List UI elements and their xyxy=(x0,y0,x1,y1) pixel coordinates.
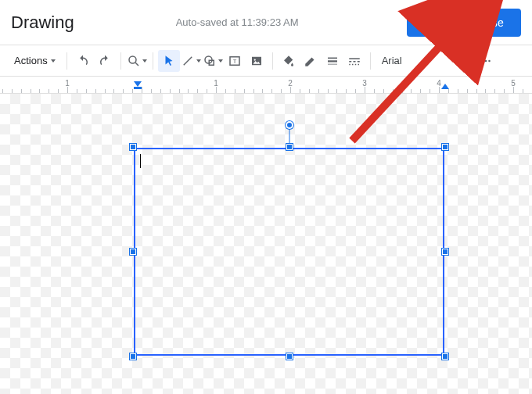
svg-point-20 xyxy=(481,59,483,62)
ruler-tick xyxy=(132,89,133,93)
ruler-tick xyxy=(151,89,152,93)
select-tool-button[interactable] xyxy=(158,50,180,72)
svg-point-21 xyxy=(484,59,487,62)
ruler-tick xyxy=(95,89,96,93)
svg-point-0 xyxy=(129,56,136,63)
ruler-tick xyxy=(142,87,142,93)
ruler-tick xyxy=(467,89,468,93)
more-button[interactable] xyxy=(475,50,497,72)
svg-point-22 xyxy=(488,59,491,62)
svg-rect-16 xyxy=(349,63,350,65)
ruler-tick xyxy=(2,89,3,93)
more-horizontal-icon xyxy=(479,54,493,68)
svg-text:T: T xyxy=(232,58,236,65)
svg-rect-19 xyxy=(358,63,359,65)
svg-rect-17 xyxy=(352,63,354,65)
resize-handle-s[interactable] xyxy=(286,353,293,360)
chevron-down-icon xyxy=(142,59,147,63)
pen-icon xyxy=(304,54,318,68)
separator xyxy=(272,52,273,70)
ruler-tick xyxy=(504,89,505,93)
ruler-tick xyxy=(67,87,68,93)
dialog-title: Drawing xyxy=(11,13,74,33)
line-tool-button[interactable] xyxy=(180,50,202,72)
dialog-header: Drawing Auto-saved at 11:39:23 AM Save a… xyxy=(0,0,532,45)
resize-handle-e[interactable] xyxy=(442,249,448,255)
resize-handle-se[interactable] xyxy=(442,353,448,360)
autosave-status: Auto-saved at 11:39:23 AM xyxy=(74,16,407,28)
resize-handle-n[interactable] xyxy=(286,144,293,150)
zoom-button[interactable] xyxy=(126,50,148,72)
svg-rect-23 xyxy=(134,87,142,89)
line-dash-icon xyxy=(347,54,361,68)
border-color-button[interactable] xyxy=(300,50,322,72)
cursor-icon xyxy=(162,54,176,68)
textbox-tool-button[interactable]: T xyxy=(224,50,246,72)
selected-textbox-shape[interactable] xyxy=(134,148,444,356)
separator xyxy=(66,52,67,70)
ruler-tick xyxy=(346,89,347,93)
svg-line-2 xyxy=(183,56,192,65)
ruler-tick xyxy=(235,89,235,93)
drawing-canvas[interactable] xyxy=(0,94,532,394)
chevron-down-icon xyxy=(196,59,201,63)
toolbar: Actions T Arial xyxy=(0,45,532,77)
ruler-tick xyxy=(430,89,430,93)
ruler-tick xyxy=(216,87,217,93)
ruler-tick xyxy=(374,89,375,93)
ruler-tick xyxy=(420,89,421,93)
ruler-tick xyxy=(485,89,486,93)
paint-bucket-icon xyxy=(282,54,296,68)
image-tool-button[interactable] xyxy=(246,50,268,72)
ruler-tick xyxy=(12,89,13,93)
ruler-tick xyxy=(21,89,22,93)
ruler-tick xyxy=(170,89,171,93)
svg-rect-11 xyxy=(328,63,337,64)
undo-button[interactable] xyxy=(72,50,94,72)
ruler-tick xyxy=(393,89,394,93)
ruler-tick xyxy=(77,89,77,93)
ruler-tick xyxy=(309,89,310,93)
svg-rect-15 xyxy=(357,61,359,63)
svg-rect-10 xyxy=(328,60,337,62)
ruler-tick xyxy=(262,89,263,93)
ruler-tick xyxy=(86,89,87,93)
ruler-tick xyxy=(513,87,514,93)
ruler-tick xyxy=(253,89,254,93)
shape-tool-button[interactable] xyxy=(202,50,224,72)
chevron-down-icon xyxy=(218,59,223,63)
redo-icon xyxy=(98,54,112,68)
ruler-tick xyxy=(49,89,49,93)
font-name: Arial xyxy=(376,51,446,71)
border-dash-button[interactable] xyxy=(343,50,365,72)
actions-menu-button[interactable]: Actions xyxy=(8,50,62,72)
ruler-tick xyxy=(281,89,282,93)
ruler-tick xyxy=(328,89,329,93)
resize-handle-nw[interactable] xyxy=(130,144,136,150)
ruler-tick xyxy=(290,87,291,93)
ruler-tick xyxy=(300,89,300,93)
ruler-tick xyxy=(523,89,523,93)
resize-handle-w[interactable] xyxy=(130,249,136,255)
ruler-tick xyxy=(123,89,124,93)
font-dropdown-button[interactable] xyxy=(446,51,465,71)
ruler-tick xyxy=(476,89,477,93)
resize-handle-sw[interactable] xyxy=(130,353,136,360)
line-weight-icon xyxy=(325,54,340,68)
border-weight-button[interactable] xyxy=(322,50,343,72)
ruler-tick xyxy=(318,89,319,93)
ruler-tick xyxy=(31,89,31,93)
separator xyxy=(469,52,470,70)
text-cursor xyxy=(140,154,141,168)
font-picker[interactable]: Arial xyxy=(376,51,465,71)
fill-color-button[interactable] xyxy=(278,50,300,72)
indent-right-marker[interactable] xyxy=(440,80,451,94)
separator xyxy=(153,52,153,70)
save-and-close-button[interactable]: Save and Close xyxy=(407,9,521,37)
ruler-tick xyxy=(188,89,189,93)
rotation-handle[interactable] xyxy=(286,121,293,129)
redo-button[interactable] xyxy=(94,50,116,72)
textbox-rect[interactable] xyxy=(134,148,444,356)
ruler-tick xyxy=(439,87,440,93)
resize-handle-ne[interactable] xyxy=(442,144,448,150)
